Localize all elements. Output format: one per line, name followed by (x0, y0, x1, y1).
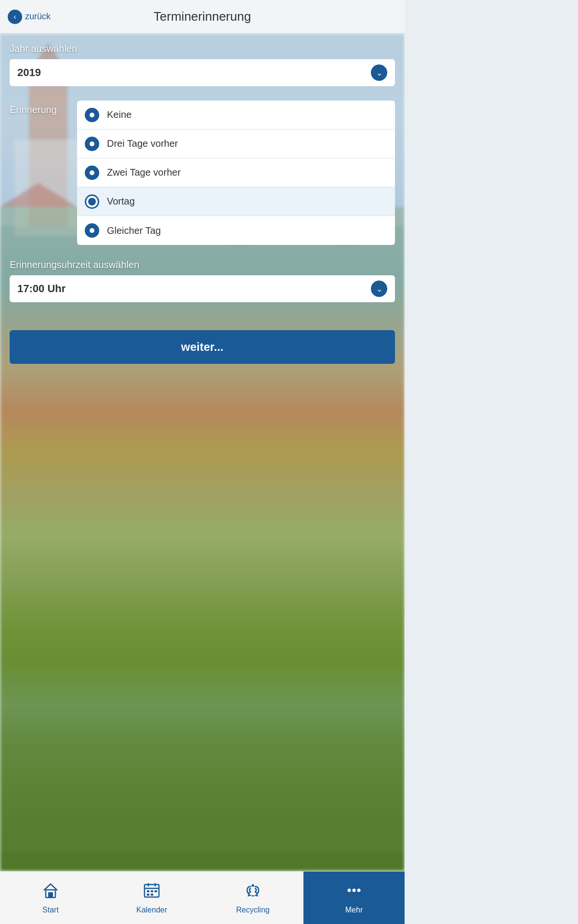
reminder-label: Erinnerung (10, 101, 77, 245)
radio-dot-keine (85, 108, 99, 122)
reminder-option-drei[interactable]: Drei Tage vorher (77, 129, 395, 158)
app-header: ‹ zurück Terminerinnerung (0, 0, 405, 34)
nav-label-start: Start (42, 906, 59, 914)
svg-rect-24 (147, 890, 149, 892)
page-title: Terminerinnerung (154, 9, 251, 24)
radio-dot-gleicher (85, 223, 99, 238)
svg-point-29 (348, 888, 351, 892)
radio-dot-zwei (85, 166, 99, 180)
dots-icon (345, 882, 363, 903)
reminder-option-label-drei: Drei Tage vorher (107, 138, 178, 149)
reminder-option-zwei[interactable]: Zwei Tage vorher (77, 158, 395, 187)
year-label: Jahr auswählen (10, 43, 395, 54)
svg-rect-28 (151, 894, 153, 896)
year-dropdown[interactable]: 2019 ⌄ (10, 59, 395, 86)
back-label: zurück (25, 12, 51, 22)
svg-point-15 (90, 141, 94, 146)
main-content: Jahr auswählen 2019 ⌄ Erinnerung Keine D… (0, 34, 405, 436)
year-value: 2019 (17, 66, 41, 79)
time-chevron-icon: ⌄ (371, 281, 387, 297)
svg-point-14 (90, 113, 94, 117)
svg-rect-19 (48, 892, 53, 898)
nav-item-kalender[interactable]: Kalender (101, 872, 202, 924)
reminder-option-label-keine: Keine (107, 109, 131, 120)
reminder-options-list: Keine Drei Tage vorher Zwei Tage vorher … (77, 101, 395, 245)
back-button[interactable]: ‹ zurück (8, 10, 51, 24)
time-value: 17:00 Uhr (17, 282, 66, 295)
reminder-option-label-gleicher: Gleicher Tag (107, 225, 161, 236)
time-dropdown[interactable]: 17:00 Uhr ⌄ (10, 275, 395, 302)
nav-label-recycling: Recycling (236, 906, 269, 914)
time-section: Erinnerungsuhrzeit auswählen 17:00 Uhr ⌄ (10, 259, 395, 302)
svg-rect-25 (151, 890, 153, 892)
radio-dot-vortag (85, 194, 99, 209)
reminder-option-vortag[interactable]: Vortag (77, 187, 395, 216)
svg-point-17 (90, 228, 94, 233)
bottom-navigation: Start Kalender (0, 871, 405, 924)
year-chevron-icon: ⌄ (371, 64, 387, 81)
nav-label-mehr: Mehr (345, 906, 363, 914)
reminder-option-keine[interactable]: Keine (77, 101, 395, 129)
reminder-option-label-zwei: Zwei Tage vorher (107, 167, 181, 178)
nav-label-kalender: Kalender (136, 906, 167, 914)
radio-dot-drei (85, 137, 99, 151)
svg-point-31 (357, 888, 361, 892)
house-icon (42, 882, 59, 903)
reminder-section: Erinnerung Keine Drei Tage vorher Zwei T… (10, 101, 395, 245)
time-label: Erinnerungsuhrzeit auswählen (10, 259, 395, 270)
reminder-option-gleicher[interactable]: Gleicher Tag (77, 216, 395, 245)
recycle-icon (244, 882, 262, 903)
nav-item-mehr[interactable]: Mehr (303, 872, 405, 924)
year-section: Jahr auswählen 2019 ⌄ (10, 43, 395, 86)
svg-point-30 (353, 888, 356, 892)
back-circle-icon: ‹ (8, 10, 22, 24)
reminder-option-label-vortag: Vortag (107, 196, 135, 207)
nav-item-recycling[interactable]: Recycling (202, 872, 303, 924)
nav-item-start[interactable]: Start (0, 872, 101, 924)
svg-point-16 (90, 170, 94, 175)
calendar-icon (143, 882, 160, 903)
svg-rect-27 (147, 894, 149, 896)
svg-rect-26 (155, 890, 157, 892)
weiter-button[interactable]: weiter... (10, 330, 395, 364)
